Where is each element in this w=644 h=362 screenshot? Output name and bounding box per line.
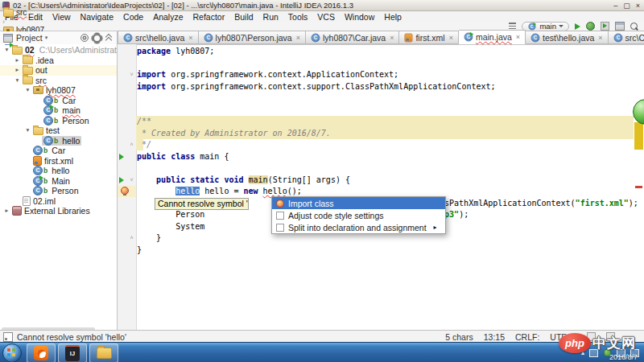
popup-item-label: Split into declaration and assignment — [288, 223, 427, 232]
popup-item-adjust[interactable]: Adjust code style settings — [272, 209, 445, 221]
code-line: public class main { — [137, 151, 229, 163]
tab-test-hello.java[interactable]: test\hello.java× — [526, 31, 608, 44]
tree-item-label: lyh0807 — [46, 85, 76, 96]
menu-build[interactable]: Build — [229, 12, 258, 22]
tree-item-02.iml[interactable]: 02.iml — [0, 196, 117, 207]
lightbulb-icon[interactable] — [121, 187, 129, 195]
warning-stripe-marker[interactable] — [634, 122, 643, 150]
tab-first.xml[interactable]: first.xml× — [399, 31, 458, 44]
run-marker-icon[interactable] — [119, 154, 124, 160]
tab-lyh0807-car.java[interactable]: lyh0807\Car.java× — [306, 31, 399, 44]
close-icon[interactable]: × — [516, 33, 520, 41]
tree-collapsed-arrow[interactable]: ▸ — [14, 56, 21, 66]
tree-expanded-arrow[interactable]: ▾ — [24, 85, 31, 96]
tree-item-test[interactable]: ▾test — [0, 125, 117, 136]
tree-expanded-arrow[interactable]: ▾ — [24, 125, 31, 136]
tree-item-first.xml[interactable]: first.xml — [0, 156, 117, 167]
collapse-all-icon[interactable] — [105, 35, 112, 41]
menu-window[interactable]: Window — [340, 12, 379, 22]
tree-item-person[interactable]: bPerson — [0, 186, 117, 196]
tree-item-lyh0807[interactable]: ▾lyh0807 — [0, 85, 117, 96]
close-icon[interactable]: × — [296, 34, 300, 42]
close-button[interactable]: × — [636, 2, 640, 10]
menu-code[interactable]: Code — [118, 12, 148, 22]
tree-item-content: bPerson — [31, 186, 80, 196]
folder-icon — [23, 67, 33, 75]
tree-collapsed-arrow[interactable]: ▸ — [14, 65, 21, 76]
popup-item-split[interactable]: Split into declaration and assignment▸ — [272, 221, 445, 233]
tree-item-content: out — [21, 65, 49, 76]
tab-main.java[interactable]: main.java× — [459, 30, 526, 44]
code-segment: hello — [175, 187, 200, 195]
tree-item-content: bhello — [42, 136, 81, 146]
code-segment: } — [137, 233, 161, 242]
line-ending-select[interactable]: CRLF: — [515, 332, 539, 342]
tree-item-main[interactable]: bmain — [0, 105, 117, 116]
tree-item-external-libraries[interactable]: ▸External Libraries — [0, 206, 117, 216]
menu-run[interactable]: Run — [258, 12, 283, 22]
annotate-icon[interactable] — [509, 23, 516, 30]
fold-marker[interactable]: ˄ — [128, 139, 135, 151]
start-button[interactable] — [2, 343, 22, 362]
locate-icon[interactable] — [80, 34, 89, 42]
folder-icon — [23, 56, 33, 64]
fold-marker[interactable]: ˄ — [128, 232, 135, 245]
tree-collapsed-arrow[interactable]: ▸ — [3, 206, 10, 216]
tree-item-02[interactable]: ▾02C:\Users\Administrator\IdeaP — [0, 45, 117, 56]
fold-marker[interactable]: ˅ — [128, 69, 135, 81]
menu-help[interactable]: Help — [379, 12, 407, 22]
maximize-button[interactable]: ▢ — [623, 2, 630, 10]
tool-windows-icon[interactable] — [615, 22, 625, 31]
close-icon[interactable]: × — [188, 34, 192, 42]
popup-item-import[interactable]: Import class — [272, 197, 445, 209]
close-icon[interactable]: × — [598, 34, 602, 42]
menu-tools[interactable]: Tools — [283, 12, 313, 22]
tree-item-src[interactable]: ▾src — [0, 76, 117, 86]
menu-navigate[interactable]: Navigate — [76, 12, 118, 22]
menu-refactor[interactable]: Refactor — [188, 12, 230, 22]
project-panel-header[interactable]: Project ▾ — [0, 31, 117, 44]
fold-marker[interactable]: ˅ — [128, 175, 135, 187]
minimize-button[interactable]: – — [613, 2, 617, 10]
tree-item-hello[interactable]: bhello — [0, 136, 117, 146]
tree-item-content: .idea — [21, 56, 56, 66]
tree-expanded-arrow[interactable]: ▾ — [14, 76, 21, 86]
panel-splitter[interactable] — [117, 31, 118, 330]
run-config-select[interactable]: main — [522, 22, 569, 31]
tab-src-car.java[interactable]: src\Car.java× — [609, 31, 644, 44]
tree-item-label: Car — [62, 96, 76, 106]
watermark-text: 中文网 — [592, 334, 636, 352]
close-icon[interactable]: × — [449, 34, 453, 42]
tree-item-.idea[interactable]: ▸.idea — [0, 56, 117, 66]
tab-src-hello.java[interactable]: src\hello.java× — [118, 31, 199, 44]
taskbar-intellij[interactable]: IJ — [58, 343, 87, 362]
error-stripe-marker[interactable] — [635, 186, 642, 188]
tree-item-car[interactable]: bCar — [0, 146, 117, 156]
run-marker-icon[interactable] — [119, 177, 124, 183]
tree-item-content: first.xml — [31, 156, 75, 167]
debug-button[interactable] — [586, 22, 595, 31]
menu-vcs[interactable]: VCS — [312, 12, 340, 22]
gear-icon[interactable] — [93, 34, 101, 43]
breadcrumb-item-src[interactable]: src — [3, 8, 44, 17]
visibility-marker: b — [54, 105, 58, 116]
tree-item-hello[interactable]: bhello — [0, 166, 117, 176]
caret-position[interactable]: 13:15 — [484, 332, 505, 342]
menu-analyze[interactable]: Analyze — [148, 12, 188, 22]
tab-lyh0807-person.java[interactable]: lyh0807\Person.java× — [199, 31, 306, 44]
tree-item-out[interactable]: ▸out — [0, 65, 117, 76]
tree-item-person[interactable]: bPerson — [0, 116, 117, 126]
menu-view[interactable]: View — [47, 12, 76, 22]
close-icon[interactable]: × — [390, 34, 394, 42]
visibility-marker: b — [43, 176, 47, 187]
toolwindow-toggle-icon[interactable] — [3, 332, 13, 342]
tree-item-main[interactable]: bMain — [0, 176, 117, 187]
tray-date[interactable]: 2016/8/7 — [609, 353, 638, 361]
tree-item-car[interactable]: bCar — [0, 96, 117, 106]
run-coverage-button[interactable] — [601, 22, 609, 31]
run-config-icon — [529, 23, 536, 30]
taskbar-explorer[interactable] — [89, 343, 118, 362]
taskbar-uc-browser[interactable] — [27, 343, 56, 362]
run-button[interactable] — [575, 23, 580, 30]
search-icon[interactable] — [630, 23, 638, 30]
